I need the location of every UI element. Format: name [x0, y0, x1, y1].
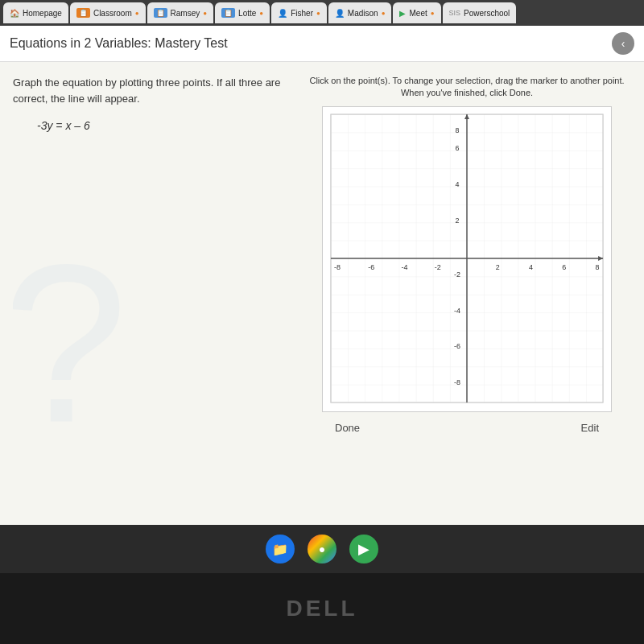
- edit-button[interactable]: Edit: [581, 422, 599, 434]
- equation-display: -3y = x – 6: [37, 119, 287, 132]
- right-panel: Click on the point(s). To change your se…: [303, 75, 631, 508]
- browser-content: Equations in 2 Variables: Mastery Test ‹…: [0, 26, 644, 525]
- svg-text:-2: -2: [454, 270, 460, 279]
- back-button[interactable]: ‹: [612, 32, 634, 55]
- tab-fisher[interactable]: 👤 Fisher ●: [271, 2, 327, 23]
- tab-powerschool-label: Powerschool: [464, 9, 510, 18]
- tab-homepage-label: Homepage: [23, 9, 62, 18]
- svg-text:-4: -4: [454, 306, 460, 314]
- svg-text:-8: -8: [454, 378, 460, 386]
- page-header: Equations in 2 Variables: Mastery Test ‹: [0, 26, 644, 62]
- svg-text:4: 4: [529, 263, 533, 271]
- svg-text:2: 2: [456, 217, 460, 225]
- click-instruction: Click on the point(s). To change your se…: [303, 75, 631, 100]
- chrome-taskbar-icon[interactable]: ●: [308, 535, 336, 564]
- page-title: Equations in 2 Variables: Mastery Test: [10, 36, 228, 51]
- tab-madison-label: Madison: [348, 9, 378, 18]
- tab-meet[interactable]: ▶ Meet ●: [393, 2, 440, 23]
- main-content: ? Graph the equation by plotting three p…: [0, 62, 644, 521]
- svg-text:6: 6: [562, 263, 566, 271]
- tab-ramsey-label: Ramsey: [171, 9, 200, 18]
- graph-grid[interactable]: -8 -6 -4 -2 2 4 6 8 8 6 4 2 -2 -4 -6 -: [322, 106, 612, 412]
- files-taskbar-icon[interactable]: 📁: [266, 535, 295, 564]
- svg-text:8: 8: [456, 126, 460, 134]
- tab-classroom-label: Classroom: [93, 9, 132, 18]
- tab-fisher-label: Fisher: [291, 9, 313, 18]
- play-taskbar-icon[interactable]: ▶: [349, 535, 378, 564]
- browser-tab-bar: 🏠 Homepage 📋 Classroom ● 📋 Ramsey ● 📋 Lo…: [0, 0, 644, 26]
- svg-text:-8: -8: [334, 263, 341, 271]
- monitor-label: DELL: [0, 573, 644, 644]
- svg-text:-6: -6: [368, 263, 374, 271]
- tab-ramsey[interactable]: 📋 Ramsey ●: [147, 2, 214, 23]
- tab-lotte-label: Lotte: [238, 9, 256, 18]
- tab-meet-label: Meet: [409, 9, 427, 18]
- svg-text:4: 4: [456, 180, 460, 188]
- svg-text:-6: -6: [454, 342, 460, 350]
- tab-powerschool[interactable]: SIS Powerschool: [443, 2, 517, 23]
- svg-text:2: 2: [496, 263, 500, 271]
- left-panel: ? Graph the equation by plotting three p…: [13, 75, 287, 508]
- svg-text:8: 8: [596, 263, 600, 271]
- left-content: Graph the equation by plotting three poi…: [13, 75, 287, 132]
- done-button[interactable]: Done: [335, 422, 360, 434]
- dell-brand: DELL: [286, 596, 357, 621]
- decorative-question-mark: ?: [13, 75, 287, 508]
- coordinate-plane[interactable]: -8 -6 -4 -2 2 4 6 8 8 6 4 2 -2 -4 -6 -: [323, 107, 611, 411]
- taskbar: 📁 ● ▶: [0, 525, 644, 573]
- tab-classroom[interactable]: 📋 Classroom ●: [70, 2, 146, 23]
- tab-madison[interactable]: 👤 Madison ●: [328, 2, 392, 23]
- svg-text:-2: -2: [435, 263, 441, 271]
- svg-text:-4: -4: [401, 263, 407, 271]
- tab-lotte[interactable]: 📋 Lotte ●: [215, 2, 270, 23]
- svg-text:?: ?: [13, 217, 128, 469]
- tab-homepage[interactable]: 🏠 Homepage: [3, 2, 68, 23]
- graph-buttons: Done Edit: [303, 415, 631, 440]
- svg-text:6: 6: [456, 144, 460, 152]
- instruction-text: Graph the equation by plotting three poi…: [13, 75, 287, 106]
